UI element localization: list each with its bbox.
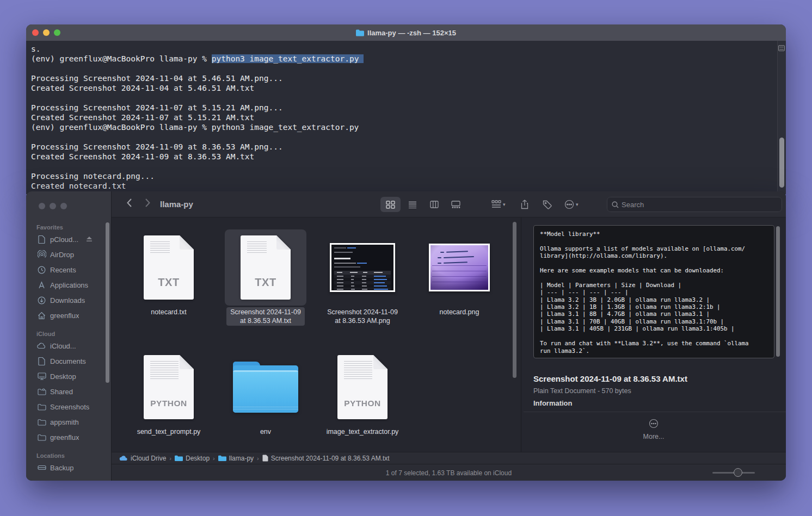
sidebar-item-backup[interactable]: Backup — [26, 460, 111, 475]
terminal-window: llama-py — -zsh — 152×15 s. (env) greenf… — [26, 24, 786, 194]
sidebar-item-greenflux-home[interactable]: greenflux — [26, 308, 111, 323]
minimize-button[interactable] — [43, 29, 50, 36]
search-input[interactable]: Search — [607, 197, 782, 212]
sidebar-scroll-thumb[interactable] — [106, 222, 109, 383]
file-grid: TXT notecard.txt TXT Screenshot 2024-11-… — [112, 217, 521, 452]
terminal-scrollbar[interactable] — [777, 41, 786, 194]
sidebar-item-appsmith[interactable]: appsmith — [26, 414, 111, 430]
zoom-button[interactable] — [60, 203, 67, 209]
file-notecard-png[interactable]: notecard.png — [413, 229, 506, 317]
zoom-button[interactable] — [54, 29, 60, 36]
sidebar-item-recents[interactable]: Recents — [26, 262, 111, 277]
preview-pane: **Model library** Ollama supports a list… — [521, 217, 786, 452]
favorites-header: Favorites — [26, 222, 111, 232]
sidebar-item-screenshots[interactable]: Screenshots — [26, 399, 111, 414]
python-file-icon: PYTHON — [337, 355, 387, 419]
back-button[interactable] — [126, 198, 132, 211]
file-screenshot-txt[interactable]: TXT Screenshot 2024-11-09at 8.36.53 AM.t… — [219, 229, 312, 326]
clock-icon — [37, 265, 46, 275]
python-file-icon: PYTHON — [144, 355, 194, 419]
preview-file-name: Screenshot 2024-11-09 at 8.36.53 AM.txt — [533, 374, 687, 383]
desktop-icon — [37, 372, 46, 381]
applications-icon — [37, 281, 46, 290]
folder-icon — [37, 402, 46, 412]
sidebar-item-pcloud[interactable]: pCloud... — [26, 232, 111, 247]
sidebar-item-greenflux-folder[interactable]: greenflux — [26, 430, 111, 445]
column-view-button[interactable] — [424, 197, 444, 212]
selected-command: python3 image_text_extractor.py — [212, 54, 364, 63]
folder-icon — [218, 455, 226, 462]
sidebar-item-applications[interactable]: Applications — [26, 277, 111, 293]
terminal-scroll-thumb[interactable] — [779, 138, 784, 188]
sidebar-item-documents[interactable]: Documents — [26, 353, 111, 369]
drive-icon — [37, 463, 46, 473]
finder-window-title: llama-py — [160, 200, 193, 209]
list-view-button[interactable] — [402, 197, 422, 212]
terminal-scroll-menu-icon[interactable] — [778, 45, 785, 51]
document-icon — [262, 455, 268, 462]
path-llama-py[interactable]: llama-py — [218, 455, 254, 462]
files-scroll-thumb[interactable] — [513, 222, 516, 378]
folder-env[interactable]: env — [219, 349, 312, 437]
share-button[interactable] — [521, 197, 528, 212]
terminal-output[interactable]: s. (env) greenflux@MacBookPro llama-py %… — [26, 41, 786, 194]
folder-icon — [175, 455, 183, 462]
sidebar-item-downloads[interactable]: Downloads — [26, 293, 111, 308]
gallery-view-button[interactable] — [446, 197, 466, 212]
more-icon[interactable] — [649, 419, 659, 431]
finder-toolbar: llama-py ▾ ▾ Search — [112, 191, 786, 217]
folder-icon — [233, 362, 298, 413]
status-text: 1 of 7 selected, 1.63 TB available on iC… — [112, 469, 786, 477]
minimize-button[interactable] — [50, 203, 56, 209]
file-notecard-txt[interactable]: TXT notecard.txt — [122, 229, 215, 317]
downloads-icon — [37, 296, 46, 305]
status-bar: 1 of 7 selected, 1.63 TB available on iC… — [112, 464, 786, 481]
search-icon — [612, 201, 619, 208]
path-bar: iCloud Drive › Desktop › llama-py › Scre… — [112, 452, 786, 464]
sidebar-item-airdrop[interactable]: AirDrop — [26, 247, 111, 262]
close-button[interactable] — [39, 203, 45, 209]
file-screenshot-png[interactable]: Screenshot 2024-11-09at 8.36.53 AM.png — [316, 229, 409, 326]
txt-file-icon: TXT — [144, 235, 194, 300]
sidebar-item-icloud[interactable]: iCloud... — [26, 338, 111, 353]
preview-scroll-thumb[interactable] — [776, 226, 780, 357]
finder-window: Favorites pCloud... AirDrop Recents Appl… — [26, 191, 786, 481]
file-image-text-extractor-py[interactable]: PYTHON image_text_extractor.py — [316, 349, 409, 437]
more-button[interactable]: More... — [521, 433, 786, 440]
path-file[interactable]: Screenshot 2024-11-09 at 8.36.53 AM.txt — [262, 455, 390, 462]
more-actions-button[interactable]: ▾ — [564, 197, 579, 212]
locations-header: Locations — [26, 450, 111, 460]
grid-view-button[interactable] — [380, 197, 401, 212]
txt-file-icon: TXT — [241, 235, 291, 300]
document-icon — [37, 235, 46, 244]
preview-file-kind: Plain Text Document - 570 bytes — [533, 387, 631, 395]
tag-button[interactable] — [543, 197, 552, 212]
group-button[interactable]: ▾ — [491, 197, 506, 212]
slider-knob[interactable] — [734, 468, 742, 477]
folder-icon — [37, 433, 46, 442]
folder-icon — [37, 418, 46, 427]
eject-icon[interactable] — [86, 235, 93, 244]
path-icloud-drive[interactable]: iCloud Drive — [119, 455, 166, 462]
image-thumbnail — [429, 244, 490, 291]
cloud-icon — [119, 455, 128, 461]
terminal-titlebar[interactable]: llama-py — -zsh — 152×15 — [26, 24, 786, 41]
terminal-title: llama-py — -zsh — 152×15 — [356, 29, 456, 37]
airdrop-icon — [37, 250, 46, 259]
folder-icon — [356, 29, 364, 36]
information-label: Information — [533, 399, 573, 407]
forward-button[interactable] — [145, 198, 151, 211]
finder-sidebar: Favorites pCloud... AirDrop Recents Appl… — [26, 191, 112, 481]
close-button[interactable] — [32, 29, 39, 36]
icon-size-slider[interactable] — [712, 472, 755, 474]
document-icon — [37, 357, 46, 366]
icloud-header: iCloud — [26, 328, 111, 338]
home-icon — [37, 311, 46, 320]
shared-folder-icon — [37, 387, 46, 396]
file-send-text-prompt-py[interactable]: PYTHON send_text_prompt.py — [122, 349, 215, 437]
path-desktop[interactable]: Desktop — [175, 455, 210, 462]
preview-text-box[interactable]: **Model library** Ollama supports a list… — [533, 225, 774, 358]
cloud-icon — [37, 341, 46, 351]
sidebar-item-desktop[interactable]: Desktop — [26, 369, 111, 384]
sidebar-item-shared[interactable]: Shared — [26, 384, 111, 399]
